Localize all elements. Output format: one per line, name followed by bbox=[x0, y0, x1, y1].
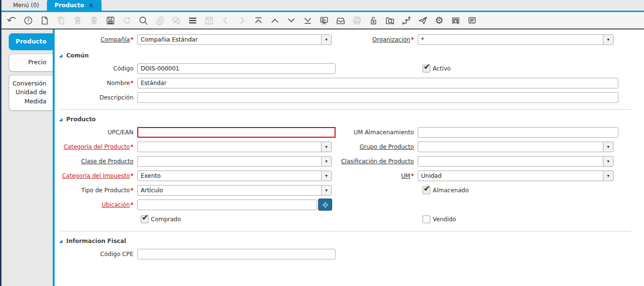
categoria-producto-input[interactable] bbox=[137, 142, 321, 152]
check-icon: ✔ bbox=[424, 62, 430, 72]
form-content: Compañía* ▼ Organización* ▼ ◢ Común Códi… bbox=[55, 29, 644, 286]
delete-selection-icon bbox=[89, 15, 99, 26]
notes-icon[interactable] bbox=[467, 15, 477, 26]
delete-record-icon bbox=[73, 15, 83, 26]
almacenado-label: Almacenado bbox=[433, 187, 468, 194]
preferences-gear-icon[interactable]: ⚙ bbox=[434, 15, 444, 26]
almacenado-checkbox[interactable]: ✔ bbox=[423, 186, 430, 194]
grupo-producto-label[interactable]: Grupo de Producto bbox=[336, 143, 418, 150]
zoom-across-icon[interactable] bbox=[385, 15, 395, 26]
codigo-label: Código bbox=[55, 65, 137, 72]
organizacion-input[interactable] bbox=[418, 34, 603, 45]
check-icon: ✔ bbox=[424, 184, 430, 193]
categoria-impuesto-input[interactable] bbox=[137, 171, 321, 181]
product-search-icon[interactable] bbox=[451, 15, 461, 26]
codigo-cpe-label: Código CPE bbox=[55, 251, 137, 257]
row-comprado-vendido: ✔ Comprado ✔ Vendido bbox=[55, 213, 644, 226]
row-descripcion: Descripción bbox=[55, 91, 644, 104]
row-categoria-grupo: Categoría del Producto* ▼ Grupo de Produ… bbox=[55, 140, 644, 153]
um-almacenamiento-label: UM Almacenamiento bbox=[336, 129, 418, 136]
section-divider bbox=[59, 109, 631, 110]
copy-record-icon bbox=[56, 15, 66, 26]
grupo-producto-input[interactable] bbox=[418, 142, 603, 152]
chevron-down-icon[interactable]: ▼ bbox=[321, 156, 332, 167]
row-upc-um-almacenamiento: UPC/EAN UM Almacenamiento bbox=[55, 126, 644, 139]
um-almacenamiento-input[interactable] bbox=[418, 127, 618, 138]
chevron-down-icon[interactable]: ▼ bbox=[603, 171, 614, 181]
previous-icon bbox=[220, 15, 231, 26]
collapse-triangle-icon[interactable]: ◢ bbox=[59, 54, 62, 58]
grupo-producto-field: ▼ bbox=[418, 142, 614, 152]
new-record-icon[interactable] bbox=[40, 15, 50, 26]
descripcion-label: Descripción bbox=[55, 94, 137, 101]
categoria-impuesto-label[interactable]: Categoría del Impuesto* bbox=[55, 172, 137, 179]
sidebar-tab-conversion[interactable]: Conversión Unidad de Medida bbox=[9, 75, 53, 111]
sidebar-tab-precio[interactable]: Precio bbox=[9, 54, 53, 72]
chevron-down-icon[interactable]: ▼ bbox=[321, 171, 332, 181]
row-nombre: Nombre* bbox=[55, 76, 644, 89]
grid-toggle-icon[interactable] bbox=[188, 15, 198, 26]
first-record-icon[interactable] bbox=[253, 15, 263, 26]
workflow-icon[interactable] bbox=[401, 15, 411, 26]
refresh-icon bbox=[122, 15, 132, 26]
um-input[interactable] bbox=[418, 171, 603, 181]
tab-sidebar: Producto Precio Conversión Unidad de Med… bbox=[1, 29, 55, 286]
last-record-icon[interactable] bbox=[303, 15, 313, 26]
ubicacion-label[interactable]: Ubicación* bbox=[55, 201, 137, 208]
section-producto-title: Producto bbox=[66, 116, 96, 123]
save-icon[interactable] bbox=[105, 15, 116, 26]
chevron-down-icon[interactable]: ▼ bbox=[603, 34, 614, 45]
codigo-input[interactable] bbox=[137, 63, 336, 74]
tipo-producto-field: ▼ bbox=[137, 185, 332, 196]
compania-field: ▼ bbox=[137, 34, 332, 45]
section-comun: ◢ Común bbox=[59, 52, 644, 59]
tab-menu[interactable]: Menú (0) bbox=[5, 0, 47, 11]
compania-input[interactable] bbox=[137, 34, 321, 45]
collapse-triangle-icon[interactable]: ◢ bbox=[59, 117, 62, 122]
chevron-down-icon[interactable]: ▼ bbox=[321, 185, 332, 196]
lock-icon[interactable] bbox=[368, 15, 379, 26]
activo-checkbox[interactable]: ✔ bbox=[423, 65, 430, 72]
row-codigo-activo: Código ✔ Activo bbox=[55, 62, 644, 75]
undo-icon[interactable] bbox=[7, 15, 17, 26]
organizacion-label[interactable]: Organización* bbox=[336, 36, 418, 43]
codigo-cpe-input[interactable] bbox=[137, 249, 336, 259]
compania-label[interactable]: Compañía* bbox=[55, 36, 137, 43]
comprado-checkbox[interactable]: ✔ bbox=[141, 215, 148, 223]
um-label[interactable]: UM* bbox=[336, 172, 418, 179]
clase-producto-label[interactable]: Clase de Producto bbox=[55, 158, 137, 165]
chat-icon bbox=[171, 15, 181, 26]
locate-button[interactable] bbox=[318, 199, 332, 211]
report-icon[interactable] bbox=[319, 15, 329, 26]
send-icon[interactable] bbox=[418, 15, 428, 26]
chevron-down-icon[interactable]: ▼ bbox=[321, 34, 332, 45]
row-compania-organizacion: Compañía* ▼ Organización* ▼ bbox=[55, 33, 644, 46]
next-record-icon[interactable] bbox=[286, 15, 296, 26]
upc-input[interactable] bbox=[137, 127, 336, 138]
section-fiscal-title: Informacion Fiscal bbox=[66, 238, 126, 244]
clasificacion-producto-input[interactable] bbox=[418, 156, 603, 167]
chevron-down-icon[interactable]: ▼ bbox=[321, 142, 332, 152]
clasificacion-producto-label[interactable]: Clasificación de Producto bbox=[336, 158, 418, 165]
nombre-input[interactable] bbox=[137, 78, 618, 88]
application-window: Menú (0) Producto ✕ ? 31 ⚙ bbox=[0, 0, 644, 286]
tab-producto[interactable]: Producto ✕ bbox=[47, 0, 102, 11]
help-icon[interactable]: ? bbox=[23, 15, 33, 26]
archive-icon[interactable] bbox=[336, 15, 346, 26]
categoria-producto-label[interactable]: Categoría del Producto* bbox=[55, 143, 137, 150]
categoria-producto-field: ▼ bbox=[137, 142, 332, 152]
close-tab-icon[interactable]: ✕ bbox=[88, 2, 94, 9]
descripcion-input[interactable] bbox=[137, 92, 618, 103]
clase-producto-input[interactable] bbox=[137, 156, 321, 167]
row-tipo-almacenado: Tipo de Producto* ▼ ✔ Almacenado bbox=[55, 184, 644, 197]
chevron-down-icon[interactable]: ▼ bbox=[603, 142, 614, 152]
sidebar-tab-producto[interactable]: Producto bbox=[9, 33, 53, 50]
previous-record-icon[interactable] bbox=[270, 15, 280, 26]
ubicacion-input[interactable] bbox=[137, 200, 317, 210]
vendido-checkbox[interactable]: ✔ bbox=[423, 215, 430, 223]
collapse-triangle-icon[interactable]: ◢ bbox=[59, 239, 62, 243]
tipo-producto-input[interactable] bbox=[137, 185, 321, 196]
lookup-record-icon[interactable] bbox=[138, 15, 148, 26]
svg-text:31: 31 bbox=[207, 19, 211, 23]
chevron-down-icon[interactable]: ▼ bbox=[603, 156, 614, 167]
